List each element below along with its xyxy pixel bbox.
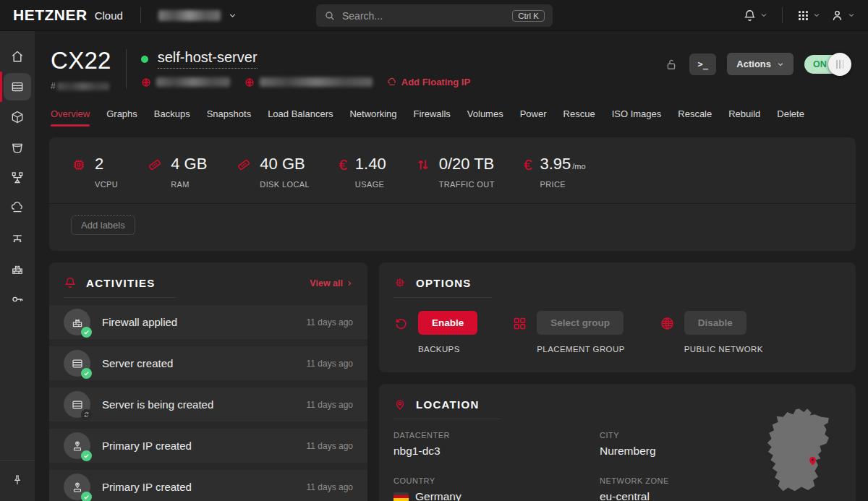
power-toggle-knob[interactable] [828, 53, 851, 76]
server-id-prefix: # [51, 81, 56, 91]
actions-button[interactable]: Actions [727, 53, 793, 75]
load-balancers-icon [4, 164, 31, 192]
bell-icon [64, 276, 77, 289]
sidebar-item-networks[interactable] [0, 223, 35, 254]
server-tabs: Overview Graphs Backups Snapshots Load B… [35, 108, 868, 127]
ipv4-redacted [156, 77, 230, 87]
navbar-divider [782, 7, 783, 23]
activity-text: Primary IP created [102, 440, 295, 452]
stat-value: 2 [95, 155, 118, 174]
ipv6-address [244, 77, 373, 87]
view-all-link[interactable]: View all [310, 278, 353, 288]
server-name-editable[interactable]: self-host-server [158, 49, 258, 69]
search-input[interactable] [342, 10, 506, 22]
gear-icon [393, 276, 407, 289]
option-label: PLACEMENT GROUP [537, 345, 624, 354]
tab-overview[interactable]: Overview [51, 108, 90, 127]
tab-firewalls[interactable]: Firewalls [414, 108, 451, 127]
field-datacenter: DATACENTER nbg1-dc3 [393, 431, 600, 458]
view-all-label: View all [310, 278, 343, 288]
add-floating-ip-label: Add Floating IP [401, 77, 470, 87]
sidebar-item-firewalls[interactable] [0, 254, 35, 284]
location-pin-icon [393, 398, 407, 411]
project-selector[interactable] [158, 10, 237, 21]
server-identity: CX22 # self-host-server [51, 47, 470, 91]
tab-snapshots[interactable]: Snapshots [207, 108, 251, 127]
tab-rebuild[interactable]: Rebuild [728, 108, 760, 127]
euro-icon: € [339, 156, 347, 189]
tab-rescue[interactable]: Rescue [563, 108, 595, 127]
console-button[interactable]: >_ [689, 53, 716, 75]
options-panel: OPTIONS Enable BACKUPS [379, 262, 856, 372]
option-placement-group: Select group PLACEMENT GROUP [512, 311, 624, 354]
germany-flag-icon [393, 492, 409, 501]
activity-row: Server created 11 days ago [49, 346, 367, 380]
chevron-down-icon [229, 12, 237, 20]
status-dot-running [141, 56, 148, 63]
tab-volumes[interactable]: Volumes [467, 108, 503, 127]
sidebar-item-security[interactable] [0, 284, 35, 314]
chevron-down-icon [760, 12, 767, 19]
option-label: BACKUPS [418, 345, 460, 354]
apps-menu[interactable] [797, 9, 820, 22]
select-placement-group-button[interactable]: Select group [537, 311, 624, 335]
tab-load-balancers[interactable]: Load Balancers [268, 108, 333, 127]
option-public-network: Disable PUBLIC NETWORK [660, 311, 763, 354]
sidebar-pin-toggle[interactable] [0, 465, 35, 495]
globe-icon [660, 316, 675, 354]
power-toggle[interactable]: ON [804, 55, 846, 74]
server-id-redacted [57, 82, 109, 90]
server-ip-row: Add Floating IP [141, 77, 470, 87]
project-name-redacted [158, 10, 221, 21]
sidebar-item-images[interactable] [0, 102, 35, 132]
add-labels-button[interactable]: Add labels [71, 215, 135, 235]
account-menu[interactable] [830, 9, 855, 22]
tab-delete[interactable]: Delete [777, 108, 804, 127]
ipv4-address [141, 77, 230, 87]
check-badge-icon [81, 368, 92, 379]
sidebar-item-load-balancers[interactable] [0, 163, 35, 193]
pin-icon [4, 466, 31, 494]
tab-networking[interactable]: Networking [349, 108, 396, 127]
sidebar-footer [0, 460, 35, 501]
stat-price: € 3.95 /mo PRICE [524, 155, 586, 189]
option-label: PUBLIC NETWORK [684, 345, 763, 354]
stat-label: RAM [171, 180, 207, 189]
search-icon [324, 10, 336, 22]
location-panel: LOCATION DATACENTER nbg1-dc3 CITY Nuremb… [379, 384, 856, 501]
traffic-arrows-icon [415, 157, 431, 189]
tab-rescale[interactable]: Rescale [678, 108, 712, 127]
add-floating-ip-link[interactable]: Add Floating IP [387, 77, 470, 87]
field-value: Germany [415, 490, 461, 501]
field-network-zone: NETWORK ZONE eu-central [600, 476, 715, 501]
notifications-menu[interactable] [743, 9, 767, 22]
sidebar-item-servers[interactable] [0, 72, 35, 102]
activity-time: 11 days ago [307, 359, 354, 369]
tab-graphs[interactable]: Graphs [106, 108, 137, 127]
sync-badge-icon [81, 409, 92, 420]
sidebar-item-floating-ips[interactable] [0, 193, 35, 223]
tab-iso-images[interactable]: ISO Images [612, 108, 662, 127]
tab-backups[interactable]: Backups [154, 108, 190, 127]
ram-icon [147, 157, 163, 189]
activity-time: 11 days ago [307, 317, 354, 327]
sidebar-item-storage[interactable] [0, 132, 35, 163]
activities-header: ACTIVITIES View all [49, 262, 367, 298]
global-search[interactable]: Ctrl K [316, 4, 553, 27]
germany-map [757, 407, 846, 501]
lock-unlocked-icon[interactable] [664, 57, 678, 72]
activity-text: Server is being created [102, 398, 295, 411]
stat-vcpu: 2 VCPU [71, 155, 118, 189]
disable-public-network-button[interactable]: Disable [684, 311, 746, 335]
sidebar-item-home[interactable] [0, 41, 35, 72]
networks-icon [4, 225, 31, 252]
option-backups: Enable BACKUPS [393, 311, 477, 354]
tab-power[interactable]: Power [520, 108, 547, 127]
enable-backups-button[interactable]: Enable [418, 311, 477, 335]
activity-time: 11 days ago [307, 482, 354, 492]
stat-value: 0/20 TB [439, 155, 495, 174]
home-icon [4, 43, 31, 70]
activity-text: Primary IP created [102, 481, 295, 493]
euro-icon: € [524, 156, 532, 189]
field-value: eu-central [600, 490, 715, 501]
